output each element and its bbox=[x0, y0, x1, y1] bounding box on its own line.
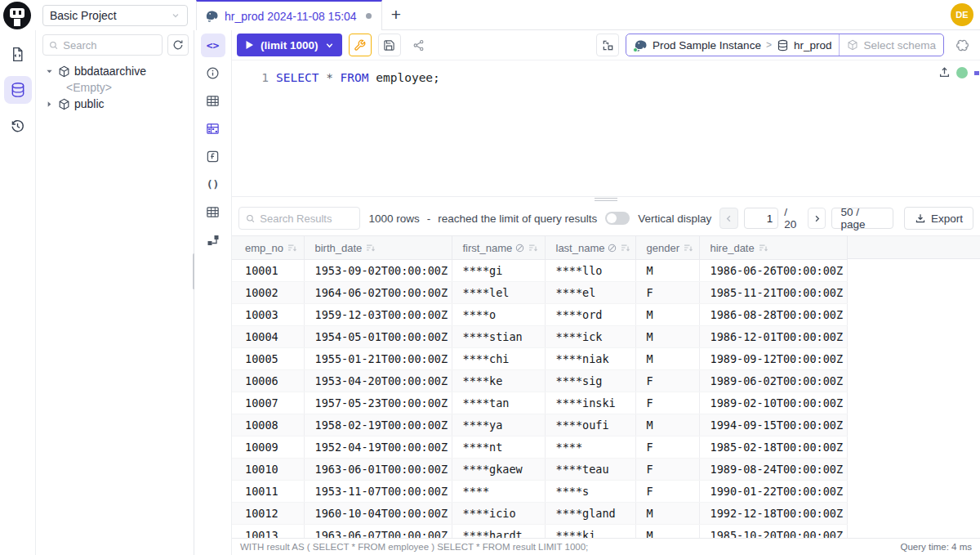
table-cell[interactable]: ****sig bbox=[545, 370, 635, 392]
table-cell[interactable]: 1990-01-22T00:00:00Z bbox=[699, 481, 847, 503]
database-nav-icon[interactable] bbox=[4, 76, 32, 104]
table-cell[interactable]: ****ick bbox=[545, 326, 635, 348]
table-cell[interactable]: 1953-04-20T00:00:00Z bbox=[304, 370, 452, 392]
table-cell[interactable]: ****hardt bbox=[452, 525, 545, 539]
history-icon[interactable] bbox=[4, 112, 32, 140]
sort-icon[interactable] bbox=[683, 243, 693, 253]
search-input-wrap[interactable] bbox=[42, 34, 163, 56]
table-cell[interactable]: F bbox=[635, 392, 699, 414]
table-cell[interactable]: 1985-11-21T00:00:00Z bbox=[699, 282, 847, 304]
table-cell[interactable]: 1992-12-18T00:00:00Z bbox=[699, 503, 847, 525]
table-cell[interactable]: 10013 bbox=[232, 525, 304, 539]
column-header-hire_date[interactable]: hire_date bbox=[699, 236, 847, 260]
schema-selector[interactable]: Select schema bbox=[839, 34, 943, 56]
table-cell[interactable]: ****tan bbox=[452, 392, 545, 414]
table-cell[interactable]: 1989-08-24T00:00:00Z bbox=[699, 459, 847, 481]
table-cell[interactable]: 1986-12-01T00:00:00Z bbox=[699, 326, 847, 348]
table-cell[interactable]: ****gkaew bbox=[452, 459, 545, 481]
table-cell[interactable]: 10010 bbox=[232, 459, 304, 481]
table-cell[interactable]: 10007 bbox=[232, 392, 304, 414]
procedure-icon[interactable]: () bbox=[201, 172, 225, 196]
table-cell[interactable]: 1957-05-23T00:00:00Z bbox=[304, 392, 452, 414]
results-search-input[interactable] bbox=[260, 213, 353, 225]
instance-selector[interactable]: Prod Sample Instance > hr_prod bbox=[626, 34, 839, 56]
tree-item-public[interactable]: public bbox=[44, 96, 194, 112]
new-tab-button[interactable]: + bbox=[382, 2, 410, 27]
format-sql-button[interactable] bbox=[349, 34, 372, 56]
table-cell[interactable]: ****lel bbox=[452, 282, 545, 304]
table-cell[interactable]: 1989-09-12T00:00:00Z bbox=[699, 348, 847, 370]
table-cell[interactable]: ****ke bbox=[452, 370, 545, 392]
table-cell[interactable]: 1985-10-20T00:00:00Z bbox=[699, 525, 847, 539]
table-cell[interactable]: ****icio bbox=[452, 503, 545, 525]
column-header-first_name[interactable]: first_name bbox=[452, 236, 545, 260]
page-size-select[interactable]: 50 / page bbox=[831, 208, 893, 229]
bytebase-logo-icon[interactable] bbox=[3, 2, 31, 29]
table-cell[interactable]: 1994-09-15T00:00:00Z bbox=[699, 414, 847, 436]
table-cell[interactable]: 10011 bbox=[232, 481, 304, 503]
table-cell[interactable]: ****gi bbox=[452, 260, 545, 282]
page-input[interactable] bbox=[744, 208, 778, 229]
table-cell[interactable]: 1985-02-18T00:00:00Z bbox=[699, 436, 847, 459]
table-cell[interactable]: 1954-05-01T00:00:00Z bbox=[304, 326, 452, 348]
table-cell[interactable]: 1963-06-07T00:00:00Z bbox=[304, 525, 452, 539]
table-cell[interactable]: ****oufi bbox=[545, 414, 635, 436]
table-cell[interactable]: ****nt bbox=[452, 436, 545, 459]
table-data-icon[interactable] bbox=[201, 117, 225, 141]
switch-connection-button[interactable] bbox=[596, 34, 619, 56]
table-cell[interactable]: 1959-12-03T00:00:00Z bbox=[304, 304, 452, 326]
share-button[interactable] bbox=[408, 34, 430, 56]
table-cell[interactable]: 1955-01-21T00:00:00Z bbox=[304, 348, 452, 370]
table-cell[interactable]: ****gland bbox=[545, 503, 635, 525]
column-header-emp_no[interactable]: emp_no bbox=[232, 236, 304, 260]
table-cell[interactable]: M bbox=[635, 326, 699, 348]
table-cell[interactable]: ****inski bbox=[545, 392, 635, 414]
table-cell[interactable]: ****el bbox=[545, 282, 635, 304]
table-cell[interactable]: 10009 bbox=[232, 436, 304, 459]
avatar[interactable]: DE bbox=[951, 3, 973, 26]
tree-item-bbdataarchive[interactable]: bbdataarchive bbox=[44, 63, 194, 79]
table-cell[interactable]: 10003 bbox=[232, 304, 304, 326]
diagram-icon[interactable] bbox=[201, 228, 225, 252]
table-cell[interactable]: M bbox=[635, 525, 699, 539]
upload-sheet-icon[interactable] bbox=[938, 66, 951, 78]
table-cell[interactable]: ****ki bbox=[545, 525, 635, 539]
table-cell[interactable]: 1953-09-02T00:00:00Z bbox=[304, 260, 452, 282]
sort-icon[interactable] bbox=[620, 243, 630, 253]
table-cell[interactable]: F bbox=[635, 459, 699, 481]
table-cell[interactable]: 1953-11-07T00:00:00Z bbox=[304, 481, 452, 503]
table-cell[interactable]: 1960-10-04T00:00:00Z bbox=[304, 503, 452, 525]
chevron-down-icon[interactable] bbox=[325, 41, 334, 50]
column-header-birth_date[interactable]: birth_date bbox=[304, 236, 452, 260]
table-icon[interactable] bbox=[201, 89, 225, 113]
table-cell[interactable]: ****ya bbox=[452, 414, 545, 436]
table-cell[interactable]: M bbox=[635, 503, 699, 525]
table-cell[interactable]: M bbox=[635, 260, 699, 282]
info-icon[interactable] bbox=[201, 61, 225, 85]
table-cell[interactable]: 1952-04-19T00:00:00Z bbox=[304, 436, 452, 459]
table-cell[interactable]: 1964-06-02T00:00:00Z bbox=[304, 282, 452, 304]
table-cell[interactable]: 1989-06-02T00:00:00Z bbox=[699, 370, 847, 392]
table-cell[interactable]: F bbox=[635, 481, 699, 503]
table-cell[interactable]: 1986-08-28T00:00:00Z bbox=[699, 304, 847, 326]
table-cell[interactable]: ****ord bbox=[545, 304, 635, 326]
run-query-button[interactable]: (limit 1000) bbox=[237, 34, 342, 56]
table-cell[interactable]: 10001 bbox=[232, 260, 304, 282]
table-cell[interactable]: 10012 bbox=[232, 503, 304, 525]
table-cell[interactable]: 10002 bbox=[232, 282, 304, 304]
project-select[interactable]: Basic Project bbox=[42, 5, 188, 26]
search-input[interactable] bbox=[63, 39, 156, 51]
table-cell[interactable]: **** bbox=[545, 436, 635, 459]
table-cell[interactable]: **** bbox=[452, 481, 545, 503]
code-tab-icon[interactable]: <> bbox=[201, 34, 225, 57]
table-cell[interactable]: 1963-06-01T00:00:00Z bbox=[304, 459, 452, 481]
table-cell[interactable]: 10004 bbox=[232, 326, 304, 348]
table-cell[interactable]: 1958-02-19T00:00:00Z bbox=[304, 414, 452, 436]
vertical-display-toggle[interactable] bbox=[605, 212, 630, 225]
table-cell[interactable]: ****teau bbox=[545, 459, 635, 481]
table-cell[interactable]: 1989-02-10T00:00:00Z bbox=[699, 392, 847, 414]
results-search-wrap[interactable] bbox=[238, 207, 360, 230]
table-cell[interactable]: M bbox=[635, 304, 699, 326]
save-button[interactable] bbox=[378, 34, 401, 56]
ai-assistant-button[interactable] bbox=[951, 34, 973, 56]
